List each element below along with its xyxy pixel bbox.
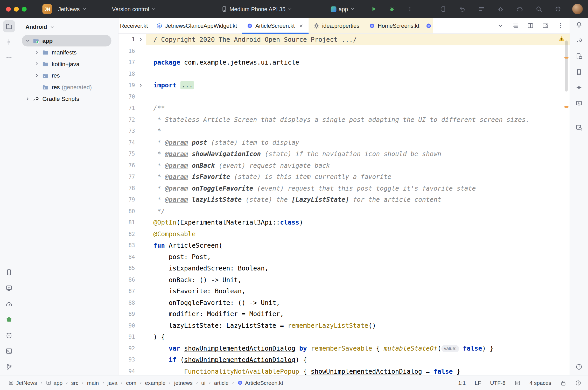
- breadcrumb-item-main[interactable]: main: [87, 380, 99, 386]
- user-avatar[interactable]: [572, 4, 583, 14]
- terminal-tool-button[interactable]: [3, 345, 15, 357]
- line-separator[interactable]: LF: [475, 380, 481, 386]
- tree-item-res-generated[interactable]: res(generated): [22, 81, 111, 93]
- ui-preview-icon[interactable]: [542, 23, 549, 29]
- profiler-tool-button[interactable]: [3, 298, 15, 310]
- editor-more-icon[interactable]: [557, 23, 564, 29]
- search-button[interactable]: [534, 4, 544, 14]
- run-button[interactable]: [369, 4, 379, 14]
- parameter-name-hint: value:: [441, 345, 459, 352]
- breadcrumb-item-article[interactable]: article: [214, 380, 229, 386]
- build-menu-button[interactable]: [477, 4, 486, 14]
- tree-item-gradle-scripts[interactable]: Gradle Scripts: [22, 93, 111, 105]
- split-editor-icon[interactable]: [527, 23, 534, 29]
- line-number: 86: [118, 274, 135, 285]
- line-number: 16: [118, 45, 135, 57]
- instrumented-test-button[interactable]: [496, 4, 506, 14]
- chevron-right-icon[interactable]: [33, 61, 41, 66]
- run-config-selector[interactable]: app: [327, 4, 359, 14]
- line-number: 85: [118, 263, 135, 274]
- chevron-down-icon[interactable]: [23, 38, 32, 43]
- fold-gutter: [135, 320, 146, 331]
- close-tab-icon[interactable]: [298, 23, 304, 28]
- tree-item-kotlin-java[interactable]: kotlin+java: [22, 58, 111, 70]
- breadcrumb-item-com[interactable]: com: [126, 380, 136, 386]
- debug-button[interactable]: [387, 4, 397, 14]
- fold-indicator-icon[interactable]: [135, 80, 146, 91]
- tree-item-res[interactable]: res: [22, 70, 111, 81]
- app-quality-insights-tool-button[interactable]: [3, 314, 15, 325]
- breadcrumb-item-java[interactable]: java: [108, 380, 117, 386]
- tree-item-manifests[interactable]: manifests: [22, 46, 111, 58]
- code-text: var showUnimplementedActionDialog by rem…: [146, 343, 570, 354]
- device-selector[interactable]: Medium Phone API 35: [218, 4, 296, 14]
- chevron-right-icon: [120, 381, 123, 385]
- project-menu[interactable]: JetNews: [54, 4, 90, 14]
- project-view-selector[interactable]: Android: [18, 18, 118, 33]
- window-maximize-button[interactable]: [22, 6, 27, 11]
- scrollbar-thumb[interactable]: [565, 40, 568, 92]
- code-editor[interactable]: 1/ Copyright 2020 The Android Open Sourc…: [118, 34, 570, 375]
- chevron-down-icon: [288, 7, 292, 11]
- breadcrumb-item-ui[interactable]: ui: [201, 380, 205, 386]
- fold-indicator-icon[interactable]: [135, 34, 146, 45]
- project-tree: appmanifestskotlin+javaresres(generated)…: [18, 33, 118, 105]
- problems-tool-button[interactable]: [573, 361, 585, 373]
- layout-inspector-tool-button[interactable]: [573, 122, 585, 134]
- device-manager-tool-button[interactable]: [3, 266, 15, 278]
- indent-setting[interactable]: 4 spaces: [529, 380, 551, 386]
- tab-articlescreen-kt[interactable]: ArticleScreen.kt: [242, 18, 309, 33]
- breadcrumb-item-src[interactable]: src: [71, 380, 79, 386]
- reader-mode-icon[interactable]: [514, 380, 520, 386]
- chevron-right-icon[interactable]: [23, 96, 32, 101]
- breadcrumb-item-articlescreen-kt[interactable]: ArticleScreen.kt: [237, 380, 283, 386]
- file-encoding[interactable]: UTF-8: [490, 380, 505, 386]
- breadcrumb-item-app[interactable]: app: [46, 380, 62, 386]
- app-folder-icon: [32, 38, 39, 44]
- restore-button[interactable]: [458, 4, 467, 14]
- hidden-tabs-icon[interactable]: [497, 23, 504, 29]
- notifications-tool-button[interactable]: [573, 19, 585, 31]
- cloud-button[interactable]: [515, 4, 525, 14]
- running-devices-tool-button[interactable]: [573, 97, 585, 109]
- unlock-icon[interactable]: [560, 380, 566, 386]
- chevron-right-icon[interactable]: [33, 73, 41, 78]
- breadcrumb-item-jetnews[interactable]: jetnews: [174, 380, 193, 386]
- tab-idea-properties[interactable]: idea.properties: [309, 18, 364, 33]
- tab-receiver-kt[interactable]: Receiver.kt: [118, 18, 152, 33]
- tab-homescreens-kt[interactable]: HomeScreens.kt: [364, 18, 424, 33]
- settings-button[interactable]: [553, 4, 563, 14]
- caret-position[interactable]: 1:1: [458, 380, 466, 386]
- device-explorer-icon: [576, 53, 582, 60]
- window-minimize-button[interactable]: [14, 6, 19, 11]
- more-tool-windows-tool-button[interactable]: [3, 52, 15, 64]
- commit-tool-button[interactable]: [3, 36, 15, 48]
- breadcrumb-item-example[interactable]: example: [145, 380, 165, 386]
- tab-label: JetnewsGlanceAppWidget.kt: [165, 23, 237, 29]
- project-tool-button[interactable]: [3, 20, 15, 32]
- tree-item-app[interactable]: app: [22, 35, 111, 47]
- tab-overflow[interactable]: [424, 18, 433, 33]
- code-line: 81@OptIn(ExperimentalMaterial3Api::class…: [118, 217, 570, 228]
- chevron-right-icon: [25, 96, 30, 101]
- vcs-menu[interactable]: Version control: [108, 4, 159, 14]
- tab-jetnewsglanceappwidget-kt[interactable]: @JetnewsGlanceAppWidget.kt: [152, 18, 242, 33]
- compose-icon: [237, 380, 243, 386]
- device-explorer-tool-button[interactable]: [573, 50, 585, 62]
- chevron-right-icon[interactable]: [33, 50, 41, 55]
- device-streaming-button[interactable]: [438, 4, 448, 14]
- more-actions-button[interactable]: [405, 4, 415, 14]
- breadcrumb-item-jetnews[interactable]: JetNews: [8, 380, 37, 386]
- gradle-tool-button[interactable]: [573, 34, 585, 46]
- logcat-tool-button[interactable]: [3, 329, 15, 341]
- code-view-icon[interactable]: [512, 23, 519, 29]
- code-line: 82@Composable: [118, 228, 570, 240]
- gemini-tool-button[interactable]: [573, 82, 585, 94]
- tab-label: ArticleScreen.kt: [255, 23, 295, 29]
- status-problems-icon[interactable]: [575, 380, 581, 386]
- device-manager-tool-button[interactable]: [573, 66, 585, 78]
- running-devices-tool-button[interactable]: [3, 282, 15, 294]
- inspections-widget[interactable]: [558, 36, 565, 42]
- window-close-button[interactable]: [6, 6, 11, 11]
- version-control-tool-button[interactable]: [3, 361, 15, 373]
